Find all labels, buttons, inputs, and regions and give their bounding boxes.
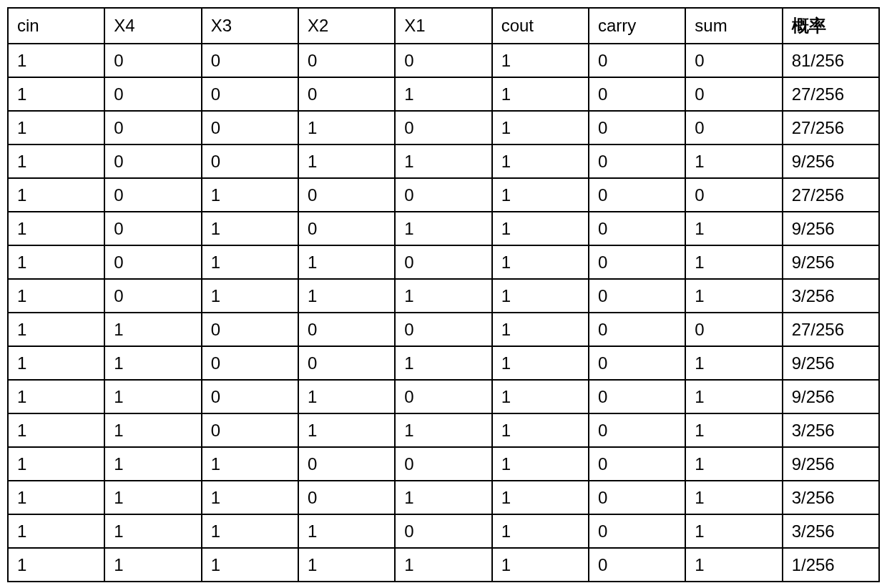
table-cell: 0 bbox=[685, 111, 782, 144]
table-row: 101111013/256 bbox=[8, 279, 879, 313]
table-cell: 0 bbox=[395, 111, 491, 144]
table-row: 100111019/256 bbox=[8, 144, 879, 178]
header-x1: X1 bbox=[395, 8, 491, 44]
header-cout: cout bbox=[492, 8, 589, 44]
table-cell: 0 bbox=[685, 313, 782, 346]
table-row: 101101019/256 bbox=[8, 245, 879, 279]
table-cell: 27/256 bbox=[783, 313, 879, 346]
table-cell: 1 bbox=[8, 413, 104, 447]
table-cell: 1 bbox=[685, 514, 782, 548]
table-cell: 0 bbox=[589, 447, 685, 481]
table-row: 110101019/256 bbox=[8, 380, 879, 413]
table-cell: 1 bbox=[8, 481, 104, 514]
table-cell: 1 bbox=[104, 548, 201, 582]
table-cell: 1 bbox=[104, 514, 201, 548]
table-cell: 0 bbox=[104, 279, 201, 313]
table-cell: 0 bbox=[202, 144, 298, 178]
table-cell: 0 bbox=[589, 77, 685, 111]
table-cell: 1 bbox=[395, 144, 491, 178]
table-cell: 3/256 bbox=[783, 413, 879, 447]
header-x2: X2 bbox=[298, 8, 395, 44]
table-row: 1000110027/256 bbox=[8, 77, 879, 111]
table-cell: 1 bbox=[685, 346, 782, 380]
table-cell: 1 bbox=[395, 77, 491, 111]
table-cell: 0 bbox=[104, 77, 201, 111]
table-cell: 1 bbox=[8, 548, 104, 582]
table-cell: 0 bbox=[589, 514, 685, 548]
table-cell: 0 bbox=[395, 447, 491, 481]
truth-table: cin X4 X3 X2 X1 cout carry sum 概率 100001… bbox=[7, 7, 880, 582]
table-cell: 1 bbox=[202, 548, 298, 582]
table-cell: 0 bbox=[589, 212, 685, 245]
table-cell: 9/256 bbox=[783, 346, 879, 380]
table-cell: 1 bbox=[298, 380, 395, 413]
table-cell: 1 bbox=[298, 144, 395, 178]
table-cell: 0 bbox=[589, 481, 685, 514]
table-cell: 1 bbox=[395, 481, 491, 514]
table-cell: 0 bbox=[589, 346, 685, 380]
table-cell: 1 bbox=[395, 279, 491, 313]
table-cell: 0 bbox=[395, 313, 491, 346]
table-cell: 9/256 bbox=[783, 212, 879, 245]
table-cell: 1 bbox=[685, 144, 782, 178]
table-cell: 1 bbox=[492, 447, 589, 481]
table-cell: 1 bbox=[492, 212, 589, 245]
table-cell: 27/256 bbox=[783, 178, 879, 212]
table-cell: 1 bbox=[8, 380, 104, 413]
table-cell: 0 bbox=[589, 413, 685, 447]
table-row: 1001010027/256 bbox=[8, 111, 879, 144]
table-cell: 0 bbox=[202, 346, 298, 380]
table-cell: 0 bbox=[589, 279, 685, 313]
table-row: 111101013/256 bbox=[8, 514, 879, 548]
table-cell: 1 bbox=[492, 144, 589, 178]
table-cell: 1 bbox=[492, 245, 589, 279]
table-cell: 9/256 bbox=[783, 144, 879, 178]
table-cell: 1 bbox=[492, 346, 589, 380]
table-cell: 1 bbox=[685, 548, 782, 582]
table-cell: 0 bbox=[202, 44, 298, 77]
table-header-row: cin X4 X3 X2 X1 cout carry sum 概率 bbox=[8, 8, 879, 44]
table-cell: 0 bbox=[589, 245, 685, 279]
table-row: 111011013/256 bbox=[8, 481, 879, 514]
table-cell: 1 bbox=[685, 380, 782, 413]
table-cell: 0 bbox=[202, 111, 298, 144]
table-cell: 1 bbox=[492, 514, 589, 548]
table-cell: 0 bbox=[589, 548, 685, 582]
table-cell: 1 bbox=[298, 245, 395, 279]
table-cell: 0 bbox=[685, 77, 782, 111]
table-cell: 1 bbox=[202, 212, 298, 245]
header-cin: cin bbox=[8, 8, 104, 44]
table-cell: 0 bbox=[104, 111, 201, 144]
table-cell: 1 bbox=[492, 111, 589, 144]
table-cell: 1 bbox=[8, 111, 104, 144]
header-probability: 概率 bbox=[783, 8, 879, 44]
table-cell: 1 bbox=[685, 413, 782, 447]
table-cell: 0 bbox=[202, 413, 298, 447]
table-cell: 1 bbox=[8, 279, 104, 313]
table-cell: 1 bbox=[8, 44, 104, 77]
table-cell: 27/256 bbox=[783, 77, 879, 111]
table-row: 110111013/256 bbox=[8, 413, 879, 447]
table-cell: 0 bbox=[685, 178, 782, 212]
table-cell: 9/256 bbox=[783, 245, 879, 279]
table-cell: 1 bbox=[8, 313, 104, 346]
table-cell: 27/256 bbox=[783, 111, 879, 144]
table-cell: 1 bbox=[202, 279, 298, 313]
table-cell: 1/256 bbox=[783, 548, 879, 582]
table-cell: 0 bbox=[298, 447, 395, 481]
table-cell: 1 bbox=[202, 245, 298, 279]
table-cell: 0 bbox=[589, 44, 685, 77]
table-cell: 0 bbox=[589, 313, 685, 346]
table-cell: 1 bbox=[104, 313, 201, 346]
table-row: 101011019/256 bbox=[8, 212, 879, 245]
table-cell: 9/256 bbox=[783, 380, 879, 413]
table-cell: 0 bbox=[298, 481, 395, 514]
table-cell: 1 bbox=[685, 481, 782, 514]
table-cell: 1 bbox=[685, 279, 782, 313]
table-cell: 0 bbox=[685, 44, 782, 77]
table-cell: 1 bbox=[492, 313, 589, 346]
header-x4: X4 bbox=[104, 8, 201, 44]
table-cell: 0 bbox=[589, 144, 685, 178]
table-cell: 1 bbox=[202, 447, 298, 481]
table-cell: 0 bbox=[104, 245, 201, 279]
